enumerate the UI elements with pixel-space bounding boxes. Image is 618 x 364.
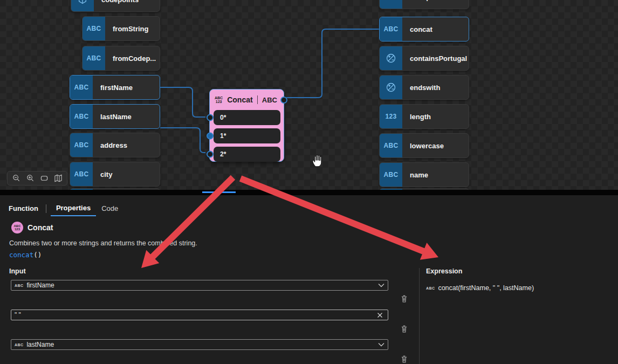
node-endswith[interactable]: endswith — [379, 75, 469, 100]
node-label: codepointsToSt... — [402, 0, 469, 9]
abc-type-badge: ABC — [83, 17, 105, 40]
concat-node-title: Concat — [227, 95, 252, 104]
input-section-label: Input — [9, 267, 26, 275]
abc-type-badge: ABC — [380, 17, 402, 41]
chevron-down-icon[interactable] — [378, 283, 384, 287]
node-label: city — [93, 162, 116, 186]
wire-output-to-concat — [286, 29, 380, 98]
fit-view-button[interactable] — [38, 173, 51, 184]
node-label: fromCodep... — [105, 46, 160, 70]
section-divider — [419, 268, 420, 364]
function-name: Concat — [28, 223, 53, 232]
node-label: name — [402, 163, 432, 187]
panel-tabs: Function Properties Code — [3, 203, 123, 216]
node-codepoints[interactable]: codepoints — [71, 0, 160, 12]
output-type-label: ABC — [262, 96, 277, 104]
node-concat-target[interactable]: ABC concat — [379, 17, 469, 42]
abc-type-prefix: ABC — [15, 343, 23, 347]
node-city[interactable]: ABC city — [70, 162, 160, 187]
delete-input-2-button[interactable] — [399, 354, 409, 364]
node-lastname[interactable]: ABC lastName — [70, 104, 160, 129]
input-handle-2[interactable] — [207, 151, 214, 158]
node-label: endswith — [402, 75, 444, 99]
node-lowercase[interactable]: ABC lowercase — [379, 133, 469, 158]
number-type-badge: 123 — [380, 105, 402, 128]
header-divider — [257, 95, 258, 104]
node-fromstring[interactable]: ABC fromString — [82, 16, 160, 41]
abc-type-badge: ABC — [380, 0, 402, 9]
input-dropdown-2[interactable]: ABC lastName — [11, 339, 388, 350]
tab-code[interactable]: Code — [96, 203, 123, 216]
clear-value-icon[interactable] — [375, 312, 384, 318]
node-label: firstName — [93, 75, 137, 99]
function-signature: concat() — [9, 251, 42, 259]
boolean-icon — [380, 46, 402, 70]
zoom-in-button[interactable] — [24, 173, 37, 184]
node-label: containsPortugal — [402, 46, 469, 70]
boolean-icon — [380, 75, 402, 99]
panel-resize-indicator — [202, 191, 236, 193]
abc-type-prefix: ABC — [15, 284, 23, 287]
node-address[interactable]: ABC address — [70, 133, 160, 157]
input-row-label: 0* — [220, 114, 226, 121]
function-header: ABC123 Concat — [11, 222, 53, 233]
input-row-label: 1* — [220, 132, 226, 140]
node-containsportugal[interactable]: containsPortugal — [379, 46, 469, 71]
abc-type-prefix: ABC — [426, 286, 435, 290]
function-description: Combines two or more strings and returns… — [9, 239, 197, 247]
chevron-down-icon[interactable] — [378, 342, 384, 347]
delete-input-1-button[interactable] — [399, 324, 409, 334]
abc123-icon: ABC123 — [215, 96, 223, 104]
abc-type-badge: ABC — [70, 162, 93, 186]
node-codepointstostring[interactable]: ABC codepointsToSt... — [379, 0, 469, 9]
node-length[interactable]: 123 length — [379, 104, 469, 129]
node-label: length — [402, 105, 435, 128]
output-handle[interactable] — [280, 97, 287, 104]
expression-value: concat(firstName, " ", lastName) — [438, 284, 534, 292]
input-handle-1[interactable] — [207, 133, 214, 140]
concat-function-node[interactable]: ABC123 Concat ABC 0* 1* 2* — [209, 89, 284, 162]
abc-type-badge: ABC — [70, 75, 93, 99]
signature-link[interactable]: concat — [9, 251, 33, 259]
node-label: concat — [402, 17, 437, 41]
wire-firstname-to-input0 — [160, 87, 205, 117]
node-label: fromString — [105, 17, 153, 40]
panel-divider-strip[interactable] — [0, 190, 618, 195]
delete-input-0-button[interactable] — [399, 294, 409, 304]
tab-separator — [46, 204, 46, 213]
tab-properties[interactable]: Properties — [51, 203, 96, 216]
text-value: " " — [15, 311, 21, 319]
abc-type-badge: ABC — [70, 133, 93, 157]
canvas-controls — [7, 171, 67, 186]
input-handle-0[interactable] — [207, 114, 214, 121]
expression-section-label: Expression — [426, 267, 462, 275]
input-text-1[interactable]: " " — [11, 310, 388, 320]
abc-type-badge: ABC — [70, 105, 93, 128]
abc-type-badge: ABC — [83, 46, 105, 70]
dropdown-value: lastName — [26, 341, 54, 348]
node-label: lowercase — [402, 134, 448, 157]
properties-panel: Function Properties Code ABC123 Concat C… — [0, 195, 618, 364]
abc-type-badge: ABC — [380, 134, 402, 157]
minimap-button[interactable] — [52, 173, 65, 184]
input-dropdown-0[interactable]: ABC firstName — [11, 280, 388, 291]
node-name[interactable]: ABC name — [379, 162, 469, 187]
node-firstname[interactable]: ABC firstName — [70, 75, 160, 100]
abc123-icon: ABC123 — [11, 222, 23, 233]
node-label: codepoints — [94, 0, 143, 11]
node-label: address — [93, 133, 132, 157]
concat-node-header: ABC123 Concat ABC — [210, 90, 284, 110]
expression-value-line: ABC concat(firstName, " ", lastName) — [426, 284, 534, 292]
mapper-canvas[interactable]: codepoints ABC fromString ABC fromCodep.… — [0, 0, 618, 190]
concat-input-row-0[interactable]: 0* — [214, 110, 280, 125]
zoom-out-button[interactable] — [10, 173, 23, 184]
tab-function[interactable]: Function — [3, 203, 44, 216]
concat-input-row-1[interactable]: 1* — [214, 128, 280, 143]
dropdown-value: firstName — [26, 281, 54, 289]
cube-icon — [71, 0, 94, 11]
node-fromcodepoints[interactable]: ABC fromCodep... — [82, 46, 160, 71]
wire-lastname-to-input2 — [160, 128, 205, 153]
input-row-label: 2* — [220, 150, 226, 158]
node-label: lastName — [93, 105, 136, 128]
concat-input-row-2[interactable]: 2* — [214, 147, 280, 162]
